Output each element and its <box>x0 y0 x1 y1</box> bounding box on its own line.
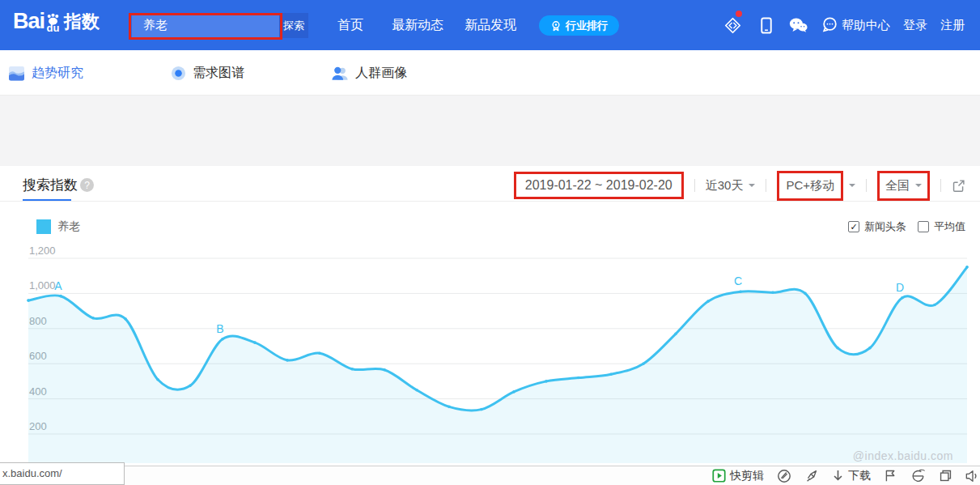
help-center-link[interactable]: 帮助中心 <box>842 0 890 50</box>
status-bar-tools: 快剪辑 下载 <box>712 467 980 484</box>
svg-text:D: D <box>896 281 904 294</box>
flag-icon[interactable] <box>884 469 897 483</box>
trend-chart-icon <box>8 66 25 81</box>
search-input[interactable] <box>132 13 279 38</box>
download-arrow-icon <box>832 470 844 483</box>
notification-dot <box>736 11 742 17</box>
subnav-demand-label: 需求图谱 <box>193 65 244 82</box>
ranking-badge-icon <box>550 20 562 32</box>
window-restore-icon[interactable] <box>939 469 952 483</box>
series-legend[interactable]: 养老 <box>36 219 80 234</box>
people-icon <box>331 66 349 81</box>
target-icon <box>171 66 186 81</box>
chart-controls: 2019-01-22 ~ 2019-02-20 近30天 PC+移动 全国 <box>514 170 965 201</box>
industry-ranking-label: 行业排行 <box>566 19 608 33</box>
device-select[interactable]: PC+移动 <box>777 171 855 201</box>
subnav-item-crowd-portrait[interactable]: 人群画像 <box>331 50 407 96</box>
legend-series-name: 养老 <box>57 219 80 234</box>
subnav-item-trend-research[interactable]: 趋势研究 <box>8 50 83 96</box>
region-select-label: 全国 <box>885 178 910 194</box>
news-headline-label: 新闻头条 <box>864 219 906 234</box>
control-separator <box>940 179 941 192</box>
quick-clip-label: 快剪辑 <box>730 469 764 483</box>
svg-text:B: B <box>216 322 223 335</box>
rocket-icon[interactable] <box>804 469 819 483</box>
logo-text-bai: Bai <box>13 9 45 34</box>
range-select[interactable]: 近30天 <box>706 178 756 194</box>
watermark: @index.baidu.com <box>853 449 953 462</box>
baidu-index-page: Bai du 指数 探索 首页 最新动态 新品发现 行业排行 <box>0 0 980 485</box>
range-select-label: 近30天 <box>706 178 744 194</box>
logo-text-suffix: 指数 <box>64 10 100 34</box>
control-separator <box>866 179 867 192</box>
news-headline-checkbox[interactable]: 新闻头条 <box>848 219 906 234</box>
download-tool[interactable]: 下载 <box>832 469 871 483</box>
legend-color-swatch <box>36 219 51 234</box>
panel-divider <box>0 201 980 202</box>
industry-ranking-button[interactable]: 行业排行 <box>539 15 619 36</box>
ie-browser-icon[interactable] <box>910 469 926 483</box>
chart-options: 新闻头条 平均值 <box>848 219 965 234</box>
status-url-tooltip: x.baidu.com/ <box>0 462 125 485</box>
control-separator <box>694 179 695 192</box>
logo-text-du: du <box>47 22 60 34</box>
date-range[interactable]: 2019-01-22 ~ 2019-02-20 <box>514 172 684 199</box>
region-select[interactable]: 全国 <box>877 171 930 201</box>
top-search-group: 探索 <box>132 13 308 38</box>
nav-latest-news[interactable]: 最新动态 <box>392 0 443 50</box>
topbar: Bai du 指数 探索 首页 最新动态 新品发现 行业排行 <box>0 0 980 50</box>
mobile-app-icon[interactable] <box>759 17 774 37</box>
subnav: 趋势研究 需求图谱 人群画像 <box>0 50 980 96</box>
search-index-chart: 1,2001,000800600400200ABCD <box>0 243 980 463</box>
nav-home[interactable]: 首页 <box>337 0 363 50</box>
svg-text:C: C <box>734 274 742 287</box>
checkbox-checked-icon <box>848 221 859 232</box>
tab-search-index[interactable]: 搜索指数 <box>23 176 78 194</box>
quick-clip-tool[interactable]: 快剪辑 <box>712 469 764 483</box>
subnav-crowd-label: 人群画像 <box>355 65 407 82</box>
average-label: 平均值 <box>934 219 965 234</box>
explore-button[interactable]: 探索 <box>279 13 308 38</box>
question-icon[interactable]: ? <box>80 178 94 192</box>
nav-new-products[interactable]: 新品发现 <box>465 0 516 50</box>
speaker-icon[interactable] <box>965 469 980 483</box>
logo-paw-group: du <box>46 13 60 34</box>
control-separator <box>766 179 766 192</box>
download-label: 下载 <box>848 469 871 483</box>
pen-circle-icon[interactable] <box>777 469 791 483</box>
baidu-index-logo[interactable]: Bai du 指数 <box>13 9 100 34</box>
average-checkbox[interactable]: 平均值 <box>918 219 965 234</box>
data-diamond-icon[interactable] <box>724 17 741 37</box>
login-link[interactable]: 登录 <box>903 0 927 50</box>
chevron-down-icon <box>849 184 855 190</box>
chevron-down-icon <box>915 184 922 190</box>
wechat-icon[interactable] <box>789 17 808 36</box>
device-select-label: PC+移动 <box>777 171 843 201</box>
chevron-down-icon <box>749 184 755 190</box>
svg-text:1,000: 1,000 <box>29 279 56 291</box>
svg-text:A: A <box>54 279 62 292</box>
subnav-item-demand-map[interactable]: 需求图谱 <box>171 50 244 96</box>
help-chat-icon[interactable] <box>822 17 838 36</box>
subnav-trend-label: 趋势研究 <box>32 65 83 82</box>
search-index-panel: 搜索指数 ? 2019-01-22 ~ 2019-02-20 近30天 PC+移… <box>0 166 980 466</box>
keyword-filter-band: 关键词 + 添加对比 确定 <box>0 96 980 166</box>
svg-text:1,200: 1,200 <box>29 245 56 257</box>
external-link-icon[interactable] <box>952 179 965 193</box>
quick-clip-icon <box>712 469 726 483</box>
checkbox-unchecked-icon <box>918 221 929 232</box>
register-link[interactable]: 注册 <box>940 0 965 50</box>
